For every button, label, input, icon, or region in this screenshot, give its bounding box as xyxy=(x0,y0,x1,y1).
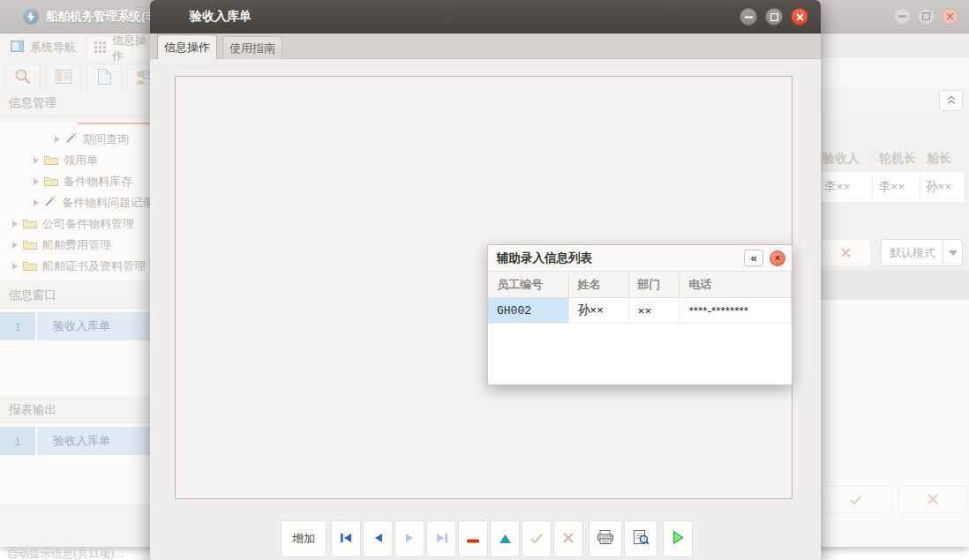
dialog-minimize-icon[interactable] xyxy=(740,8,757,26)
search-icon xyxy=(14,68,32,89)
table-row[interactable]: GH002 孙×× ×× ****-******** xyxy=(488,298,792,324)
helper-close-button[interactable]: × xyxy=(770,250,785,266)
cell-phone[interactable]: ****-******** xyxy=(680,298,792,323)
tab-system-nav[interactable]: 系统导航 xyxy=(4,35,83,60)
expand-arrow-icon[interactable] xyxy=(12,242,18,249)
tab-system-nav-label: 系统导航 xyxy=(30,40,76,56)
tree-item-label[interactable]: 期间查询 xyxy=(83,131,129,147)
document-icon xyxy=(98,69,111,88)
dialog-tab-info-operation[interactable]: 信息操作 xyxy=(157,34,217,59)
mode-dropdown-value: 默认模式 xyxy=(882,245,943,261)
tab-info-operation[interactable]: 信息操作 xyxy=(86,35,157,60)
list-item-label[interactable]: 验收入库单 xyxy=(37,427,150,455)
tree-panel: 期间查询 领用单 备件物料库存 备件物料问题记录 xyxy=(0,122,150,280)
print-button[interactable] xyxy=(589,520,622,557)
red-x-icon xyxy=(841,245,851,261)
maximize-icon[interactable] xyxy=(918,8,935,25)
expand-arrow-icon[interactable] xyxy=(34,157,39,164)
dropdown-arrow-button[interactable] xyxy=(943,240,962,265)
folder-icon xyxy=(44,175,58,189)
expand-arrow-icon[interactable] xyxy=(12,263,18,270)
cancel-button[interactable] xyxy=(898,486,967,513)
grid-icon xyxy=(94,41,106,56)
play-icon xyxy=(672,531,684,548)
col-phone[interactable]: 电话 xyxy=(680,272,792,297)
execute-button[interactable] xyxy=(663,520,693,557)
dialog-titlebar[interactable]: 验收入库单 xyxy=(150,0,821,34)
minimize-icon[interactable] xyxy=(894,8,911,25)
list-item-label[interactable]: 验收入库单 xyxy=(37,312,150,340)
tree-item-spare-parts-issues[interactable]: 备件物料问题记录 xyxy=(34,192,154,213)
window-icon xyxy=(11,41,24,55)
cell-chief-engineer[interactable]: 李×× xyxy=(873,172,920,202)
previous-record-button[interactable] xyxy=(363,520,393,557)
section-report-output: 报表输出 xyxy=(0,397,150,423)
tree-item-company-spare-mgmt[interactable]: 公司备件物料管理 xyxy=(12,213,134,235)
screen: 船舶机务管理系统(非注... 系统导航 xyxy=(0,0,969,560)
delete-record-button[interactable] xyxy=(458,520,488,557)
dialog-tab-user-guide[interactable]: 使用指南 xyxy=(222,36,282,59)
col-employee-id[interactable]: 员工编号 xyxy=(488,272,569,297)
last-record-icon xyxy=(436,531,447,547)
list-item[interactable]: 1 验收入库单 xyxy=(0,427,150,455)
add-button[interactable]: 增加 xyxy=(281,520,327,557)
col-name[interactable]: 姓名 xyxy=(569,272,629,297)
cell-captain[interactable]: 孙×× xyxy=(920,172,965,202)
tree-item-ship-expense-mgmt[interactable]: 船舶费用管理 xyxy=(12,235,111,256)
tree-item-label[interactable]: 备件物料问题记录 xyxy=(62,195,154,211)
helper-panel-header[interactable]: 辅助录入信息列表 « × xyxy=(488,245,792,272)
collapse-left-button[interactable]: « xyxy=(744,250,763,266)
tree-item-label[interactable]: 备件物料库存 xyxy=(64,174,132,190)
collapse-panel-button[interactable] xyxy=(939,90,963,111)
search-button[interactable] xyxy=(5,63,41,93)
x-icon xyxy=(928,492,938,508)
tree-item-label[interactable]: 公司备件物料管理 xyxy=(42,216,134,232)
dialog-window-controls xyxy=(740,8,808,26)
list-item-number: 1 xyxy=(0,427,35,455)
expand-arrow-icon[interactable] xyxy=(55,136,60,143)
tree-item-ship-certificates[interactable]: 船舶证书及资料管理 xyxy=(12,256,146,277)
tree-item-label[interactable]: 船舶证书及资料管理 xyxy=(42,258,146,274)
close-icon[interactable] xyxy=(942,8,958,25)
section-info-management-label: 信息管理 xyxy=(9,95,56,111)
folder-icon xyxy=(44,154,58,168)
triangle-up-icon xyxy=(500,531,511,547)
confirm-button[interactable] xyxy=(821,486,891,513)
cell-name[interactable]: 孙×× xyxy=(569,298,629,323)
content-strip xyxy=(821,270,969,300)
next-record-button[interactable] xyxy=(394,520,424,557)
mode-dropdown[interactable]: 默认模式 xyxy=(881,239,963,266)
helper-panel-entry-list: 辅助录入信息列表 « × 员工编号 姓名 部门 电话 GH002 孙×× ×× … xyxy=(487,244,792,385)
form-button[interactable] xyxy=(46,63,81,93)
helper-panel-title: 辅助录入信息列表 xyxy=(488,250,592,266)
form-icon xyxy=(56,70,71,87)
content-strip xyxy=(821,34,969,58)
cancel-record-button[interactable] xyxy=(553,520,583,557)
left-sidebar: 系统导航 信息操作 xyxy=(0,34,150,547)
col-department[interactable]: 部门 xyxy=(629,272,680,297)
document-button[interactable] xyxy=(86,63,122,93)
post-record-button[interactable] xyxy=(522,520,552,557)
tree-item-label[interactable]: 船舶费用管理 xyxy=(42,237,111,253)
last-record-button[interactable] xyxy=(426,520,456,557)
cell-department[interactable]: ×× xyxy=(629,298,680,323)
tree-item-requisition[interactable]: 领用单 xyxy=(34,150,98,171)
expand-arrow-icon[interactable] xyxy=(34,199,39,206)
column-header-chief-engineer: 轮机长 xyxy=(879,146,920,172)
clear-button[interactable] xyxy=(821,239,871,266)
expand-arrow-icon[interactable] xyxy=(12,220,18,228)
cell-inspector[interactable]: 李×× xyxy=(821,172,872,202)
dialog-close-icon[interactable] xyxy=(791,8,808,26)
edit-record-button[interactable] xyxy=(490,520,520,557)
wand-icon xyxy=(65,132,78,146)
tree-item-period-query[interactable]: 期间查询 xyxy=(55,129,129,150)
dialog-maximize-icon[interactable] xyxy=(765,8,783,26)
list-item[interactable]: 1 验收入库单 xyxy=(0,312,150,340)
first-record-button[interactable] xyxy=(331,520,361,557)
tree-item-spare-parts-stock[interactable]: 备件物料库存 xyxy=(34,171,132,192)
tree-item-label[interactable]: 领用单 xyxy=(64,153,98,168)
cell-employee-id[interactable]: GH002 xyxy=(488,298,569,323)
dialog-title: 验收入库单 xyxy=(190,9,252,25)
expand-arrow-icon[interactable] xyxy=(34,178,39,185)
print-preview-button[interactable] xyxy=(624,520,657,557)
